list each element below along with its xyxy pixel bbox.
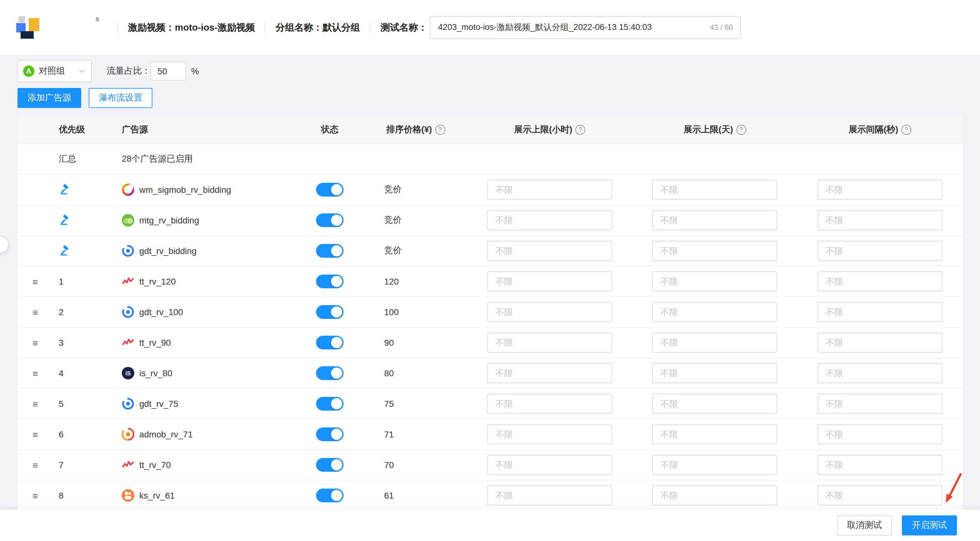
day-cap-input[interactable] <box>652 394 777 414</box>
column-header-hour-cap: 展示上限(小时) <box>467 116 632 143</box>
table-row: ≡ 5 gdt_rv_75 75 <box>18 389 963 419</box>
cancel-test-button[interactable]: 取消测试 <box>837 516 892 535</box>
hour-cap-input[interactable] <box>487 271 612 291</box>
group-value: 默认分组 <box>323 22 360 33</box>
start-test-button[interactable]: 开启测试 <box>902 516 957 535</box>
column-header-status: 状态 <box>296 116 364 143</box>
divider <box>370 22 371 33</box>
column-header-interval: 展示间隔(秒) <box>797 116 963 143</box>
status-toggle[interactable] <box>316 305 344 319</box>
status-toggle[interactable] <box>316 274 344 288</box>
day-cap-input[interactable] <box>652 271 777 291</box>
mtg-icon <box>122 214 134 227</box>
table-row: ≡ 1 tt_rv_120 120 <box>18 267 963 297</box>
drag-handle-icon[interactable]: ≡ <box>32 430 43 439</box>
day-cap-input[interactable] <box>652 363 777 383</box>
status-toggle[interactable] <box>316 489 344 502</box>
interval-input[interactable] <box>818 394 942 414</box>
status-toggle[interactable] <box>316 244 344 258</box>
price-value: 61 <box>384 490 394 500</box>
group-select[interactable]: A 对照组 <box>18 60 92 82</box>
interval-input[interactable] <box>818 455 942 475</box>
divider <box>265 22 266 33</box>
status-toggle[interactable] <box>316 336 344 349</box>
hour-cap-input[interactable] <box>487 333 612 352</box>
hour-cap-input[interactable] <box>487 302 612 322</box>
table-row: ≡ mtg_rv_bidding 竞价 <box>18 205 963 236</box>
hour-cap-input[interactable] <box>487 241 612 261</box>
price-value: 71 <box>384 429 394 439</box>
drag-handle-icon[interactable]: ≡ <box>32 491 43 500</box>
test-name-section: 测试名称： 4203_moto-ios-激励视频_默认分组_2022-06-13… <box>381 16 741 39</box>
source-name: is_rv_80 <box>139 368 172 378</box>
hour-cap-input[interactable] <box>487 455 612 475</box>
drag-handle-icon[interactable]: ≡ <box>32 399 43 408</box>
char-counter: 43 / 60 <box>710 23 733 32</box>
interval-input[interactable] <box>818 424 942 444</box>
column-header-day-cap: 展示上限(天) <box>632 116 798 143</box>
interval-input[interactable] <box>818 271 942 291</box>
day-cap-input[interactable] <box>652 333 777 352</box>
interval-input[interactable] <box>818 302 942 322</box>
video-label: 激励视频： <box>128 22 175 33</box>
hour-cap-input[interactable] <box>487 180 612 200</box>
day-cap-input[interactable] <box>652 180 777 200</box>
help-icon[interactable] <box>576 124 585 135</box>
drag-handle-icon[interactable]: ≡ <box>32 277 43 286</box>
interval-input[interactable] <box>818 363 942 383</box>
tt-icon <box>122 275 134 288</box>
priority-number: 4 <box>59 368 64 378</box>
day-cap-input[interactable] <box>652 455 777 475</box>
priority-number: 6 <box>59 429 64 439</box>
interval-input[interactable] <box>818 333 942 352</box>
interval-input[interactable] <box>818 241 942 261</box>
hour-cap-input[interactable] <box>487 485 612 505</box>
status-toggle[interactable] <box>316 458 344 472</box>
source-name: tt_rv_90 <box>139 338 171 347</box>
price-value: 80 <box>384 368 394 378</box>
table-row: ≡ 4 iS is_rv_80 80 <box>18 358 963 389</box>
video-value: moto-ios-激励视频 <box>175 22 255 33</box>
status-toggle[interactable] <box>316 427 344 441</box>
help-icon[interactable] <box>435 124 445 135</box>
status-toggle[interactable] <box>316 366 344 380</box>
source-name: tt_rv_70 <box>139 460 171 470</box>
traffic-ratio-input[interactable] <box>151 62 186 81</box>
status-toggle[interactable] <box>316 183 344 197</box>
drawer-handle[interactable] <box>0 236 9 253</box>
hour-cap-input[interactable] <box>487 210 612 230</box>
status-toggle[interactable] <box>316 213 344 227</box>
percent-unit: % <box>191 66 199 76</box>
help-icon[interactable] <box>901 124 911 135</box>
footer-bar: 取消测试 开启测试 <box>0 510 980 541</box>
interval-input[interactable] <box>818 485 942 505</box>
interval-input[interactable] <box>818 210 942 230</box>
drag-handle-icon[interactable]: ≡ <box>32 307 43 317</box>
gdt-icon <box>122 398 134 410</box>
help-icon[interactable] <box>736 124 746 135</box>
bidding-icon <box>59 184 70 195</box>
interval-input[interactable] <box>818 180 942 200</box>
table-row: ≡ 6 admob_rv_71 71 <box>18 419 963 450</box>
test-name-input[interactable]: 4203_moto-ios-激励视频_默认分组_2022-06-13 15:40… <box>430 16 741 39</box>
day-cap-input[interactable] <box>652 424 777 444</box>
column-header-ad-source: 广告源 <box>111 116 296 143</box>
add-ad-source-button[interactable]: 添加广告源 <box>18 88 81 108</box>
table-header: 优先级 广告源 状态 排序价格(¥) 展示上限(小时) 展示上限(天) 展示间隔… <box>18 116 963 144</box>
summary-label: 汇总 <box>59 154 76 165</box>
group-a-badge: A <box>23 65 34 77</box>
day-cap-input[interactable] <box>652 210 777 230</box>
hour-cap-input[interactable] <box>487 424 612 444</box>
drag-handle-icon[interactable]: ≡ <box>32 368 43 378</box>
day-cap-input[interactable] <box>652 241 777 261</box>
bidding-icon <box>59 215 70 226</box>
table-body: ≡ wm_sigmob_rv_bidding 竞价 <box>18 175 963 511</box>
day-cap-input[interactable] <box>652 485 777 505</box>
day-cap-input[interactable] <box>652 302 777 322</box>
drag-handle-icon[interactable]: ≡ <box>32 338 43 347</box>
hour-cap-input[interactable] <box>487 363 612 383</box>
drag-handle-icon[interactable]: ≡ <box>32 460 43 470</box>
waterfall-settings-button[interactable]: 瀑布流设置 <box>89 88 153 108</box>
status-toggle[interactable] <box>316 397 344 411</box>
hour-cap-input[interactable] <box>487 394 612 414</box>
